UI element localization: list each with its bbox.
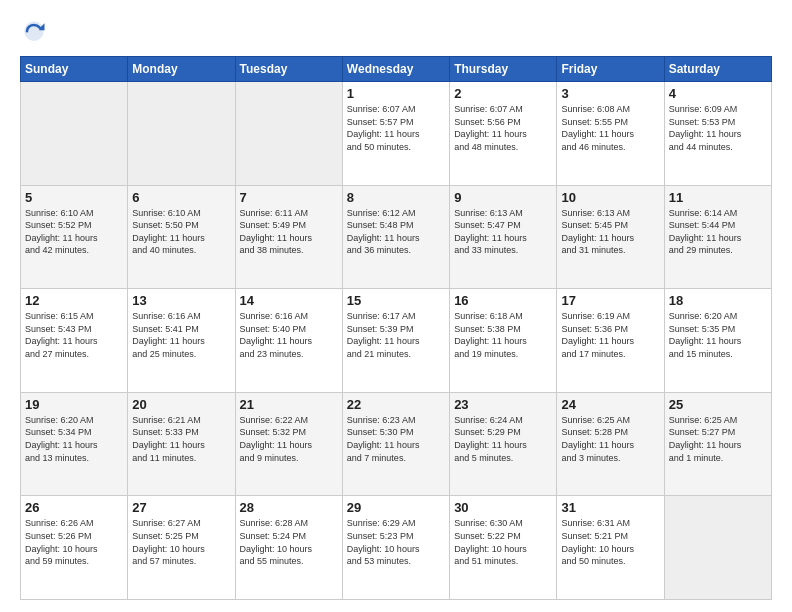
- calendar-cell: [235, 82, 342, 186]
- day-number: 16: [454, 293, 552, 308]
- day-info: Sunrise: 6:15 AM Sunset: 5:43 PM Dayligh…: [25, 310, 123, 360]
- calendar-cell: 24Sunrise: 6:25 AM Sunset: 5:28 PM Dayli…: [557, 392, 664, 496]
- calendar-cell: 30Sunrise: 6:30 AM Sunset: 5:22 PM Dayli…: [450, 496, 557, 600]
- day-info: Sunrise: 6:18 AM Sunset: 5:38 PM Dayligh…: [454, 310, 552, 360]
- calendar-cell: 9Sunrise: 6:13 AM Sunset: 5:47 PM Daylig…: [450, 185, 557, 289]
- day-number: 8: [347, 190, 445, 205]
- calendar-cell: 1Sunrise: 6:07 AM Sunset: 5:57 PM Daylig…: [342, 82, 449, 186]
- day-number: 21: [240, 397, 338, 412]
- calendar-week-row: 19Sunrise: 6:20 AM Sunset: 5:34 PM Dayli…: [21, 392, 772, 496]
- day-info: Sunrise: 6:08 AM Sunset: 5:55 PM Dayligh…: [561, 103, 659, 153]
- calendar-header-friday: Friday: [557, 57, 664, 82]
- calendar-cell: 22Sunrise: 6:23 AM Sunset: 5:30 PM Dayli…: [342, 392, 449, 496]
- calendar-cell: 12Sunrise: 6:15 AM Sunset: 5:43 PM Dayli…: [21, 289, 128, 393]
- calendar-cell: [664, 496, 771, 600]
- day-info: Sunrise: 6:25 AM Sunset: 5:28 PM Dayligh…: [561, 414, 659, 464]
- calendar-cell: 7Sunrise: 6:11 AM Sunset: 5:49 PM Daylig…: [235, 185, 342, 289]
- day-info: Sunrise: 6:17 AM Sunset: 5:39 PM Dayligh…: [347, 310, 445, 360]
- calendar-header-tuesday: Tuesday: [235, 57, 342, 82]
- calendar-table: SundayMondayTuesdayWednesdayThursdayFrid…: [20, 56, 772, 600]
- day-info: Sunrise: 6:16 AM Sunset: 5:40 PM Dayligh…: [240, 310, 338, 360]
- calendar-cell: 26Sunrise: 6:26 AM Sunset: 5:26 PM Dayli…: [21, 496, 128, 600]
- day-info: Sunrise: 6:11 AM Sunset: 5:49 PM Dayligh…: [240, 207, 338, 257]
- day-number: 27: [132, 500, 230, 515]
- day-info: Sunrise: 6:30 AM Sunset: 5:22 PM Dayligh…: [454, 517, 552, 567]
- day-number: 12: [25, 293, 123, 308]
- calendar-cell: 14Sunrise: 6:16 AM Sunset: 5:40 PM Dayli…: [235, 289, 342, 393]
- day-number: 20: [132, 397, 230, 412]
- day-info: Sunrise: 6:28 AM Sunset: 5:24 PM Dayligh…: [240, 517, 338, 567]
- calendar-cell: 5Sunrise: 6:10 AM Sunset: 5:52 PM Daylig…: [21, 185, 128, 289]
- calendar-header-thursday: Thursday: [450, 57, 557, 82]
- calendar-header-saturday: Saturday: [664, 57, 771, 82]
- header: [20, 18, 772, 46]
- calendar-cell: 11Sunrise: 6:14 AM Sunset: 5:44 PM Dayli…: [664, 185, 771, 289]
- day-number: 25: [669, 397, 767, 412]
- day-info: Sunrise: 6:27 AM Sunset: 5:25 PM Dayligh…: [132, 517, 230, 567]
- calendar-cell: [21, 82, 128, 186]
- day-number: 1: [347, 86, 445, 101]
- calendar-cell: 20Sunrise: 6:21 AM Sunset: 5:33 PM Dayli…: [128, 392, 235, 496]
- day-number: 7: [240, 190, 338, 205]
- day-number: 10: [561, 190, 659, 205]
- day-number: 5: [25, 190, 123, 205]
- day-info: Sunrise: 6:10 AM Sunset: 5:50 PM Dayligh…: [132, 207, 230, 257]
- day-number: 19: [25, 397, 123, 412]
- calendar-cell: 15Sunrise: 6:17 AM Sunset: 5:39 PM Dayli…: [342, 289, 449, 393]
- day-number: 31: [561, 500, 659, 515]
- logo-icon: [20, 18, 48, 46]
- day-number: 13: [132, 293, 230, 308]
- day-info: Sunrise: 6:07 AM Sunset: 5:56 PM Dayligh…: [454, 103, 552, 153]
- calendar-cell: 17Sunrise: 6:19 AM Sunset: 5:36 PM Dayli…: [557, 289, 664, 393]
- day-number: 11: [669, 190, 767, 205]
- day-info: Sunrise: 6:29 AM Sunset: 5:23 PM Dayligh…: [347, 517, 445, 567]
- day-info: Sunrise: 6:13 AM Sunset: 5:45 PM Dayligh…: [561, 207, 659, 257]
- day-info: Sunrise: 6:21 AM Sunset: 5:33 PM Dayligh…: [132, 414, 230, 464]
- calendar-header-wednesday: Wednesday: [342, 57, 449, 82]
- day-info: Sunrise: 6:10 AM Sunset: 5:52 PM Dayligh…: [25, 207, 123, 257]
- day-info: Sunrise: 6:07 AM Sunset: 5:57 PM Dayligh…: [347, 103, 445, 153]
- calendar-cell: 6Sunrise: 6:10 AM Sunset: 5:50 PM Daylig…: [128, 185, 235, 289]
- calendar-cell: [128, 82, 235, 186]
- day-number: 6: [132, 190, 230, 205]
- day-info: Sunrise: 6:13 AM Sunset: 5:47 PM Dayligh…: [454, 207, 552, 257]
- page: SundayMondayTuesdayWednesdayThursdayFrid…: [0, 0, 792, 612]
- calendar-cell: 21Sunrise: 6:22 AM Sunset: 5:32 PM Dayli…: [235, 392, 342, 496]
- day-number: 2: [454, 86, 552, 101]
- calendar-cell: 16Sunrise: 6:18 AM Sunset: 5:38 PM Dayli…: [450, 289, 557, 393]
- day-number: 29: [347, 500, 445, 515]
- day-info: Sunrise: 6:25 AM Sunset: 5:27 PM Dayligh…: [669, 414, 767, 464]
- day-info: Sunrise: 6:31 AM Sunset: 5:21 PM Dayligh…: [561, 517, 659, 567]
- day-number: 15: [347, 293, 445, 308]
- day-info: Sunrise: 6:24 AM Sunset: 5:29 PM Dayligh…: [454, 414, 552, 464]
- calendar-week-row: 26Sunrise: 6:26 AM Sunset: 5:26 PM Dayli…: [21, 496, 772, 600]
- day-info: Sunrise: 6:14 AM Sunset: 5:44 PM Dayligh…: [669, 207, 767, 257]
- day-info: Sunrise: 6:26 AM Sunset: 5:26 PM Dayligh…: [25, 517, 123, 567]
- day-number: 23: [454, 397, 552, 412]
- day-number: 3: [561, 86, 659, 101]
- day-number: 18: [669, 293, 767, 308]
- calendar-cell: 10Sunrise: 6:13 AM Sunset: 5:45 PM Dayli…: [557, 185, 664, 289]
- day-number: 26: [25, 500, 123, 515]
- calendar-cell: 8Sunrise: 6:12 AM Sunset: 5:48 PM Daylig…: [342, 185, 449, 289]
- day-info: Sunrise: 6:23 AM Sunset: 5:30 PM Dayligh…: [347, 414, 445, 464]
- day-info: Sunrise: 6:19 AM Sunset: 5:36 PM Dayligh…: [561, 310, 659, 360]
- calendar-header-monday: Monday: [128, 57, 235, 82]
- day-info: Sunrise: 6:22 AM Sunset: 5:32 PM Dayligh…: [240, 414, 338, 464]
- day-info: Sunrise: 6:12 AM Sunset: 5:48 PM Dayligh…: [347, 207, 445, 257]
- calendar-cell: 19Sunrise: 6:20 AM Sunset: 5:34 PM Dayli…: [21, 392, 128, 496]
- day-info: Sunrise: 6:09 AM Sunset: 5:53 PM Dayligh…: [669, 103, 767, 153]
- calendar-cell: 13Sunrise: 6:16 AM Sunset: 5:41 PM Dayli…: [128, 289, 235, 393]
- logo: [20, 18, 50, 46]
- day-number: 17: [561, 293, 659, 308]
- day-info: Sunrise: 6:16 AM Sunset: 5:41 PM Dayligh…: [132, 310, 230, 360]
- calendar-week-row: 1Sunrise: 6:07 AM Sunset: 5:57 PM Daylig…: [21, 82, 772, 186]
- calendar-cell: 29Sunrise: 6:29 AM Sunset: 5:23 PM Dayli…: [342, 496, 449, 600]
- calendar-cell: 4Sunrise: 6:09 AM Sunset: 5:53 PM Daylig…: [664, 82, 771, 186]
- day-number: 24: [561, 397, 659, 412]
- calendar-cell: 23Sunrise: 6:24 AM Sunset: 5:29 PM Dayli…: [450, 392, 557, 496]
- calendar-cell: 28Sunrise: 6:28 AM Sunset: 5:24 PM Dayli…: [235, 496, 342, 600]
- calendar-week-row: 5Sunrise: 6:10 AM Sunset: 5:52 PM Daylig…: [21, 185, 772, 289]
- calendar-cell: 3Sunrise: 6:08 AM Sunset: 5:55 PM Daylig…: [557, 82, 664, 186]
- calendar-header-row: SundayMondayTuesdayWednesdayThursdayFrid…: [21, 57, 772, 82]
